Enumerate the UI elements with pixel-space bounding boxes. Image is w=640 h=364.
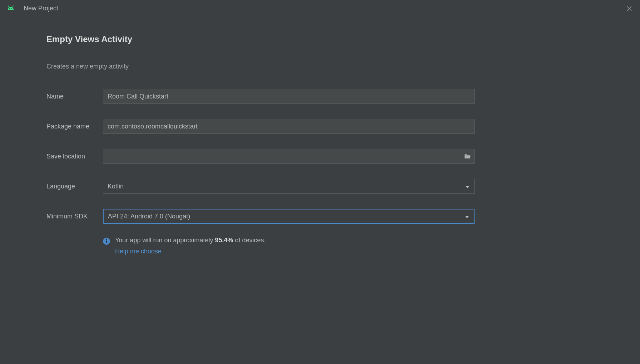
form-row-language: Language Kotlin [46,179,594,194]
language-label: Language [46,183,103,190]
language-select[interactable]: Kotlin [103,179,475,194]
name-label: Name [46,93,103,100]
svg-rect-7 [106,241,107,243]
window-title: New Project [24,5,58,12]
save-location-input[interactable] [103,149,475,164]
sdk-info-row: Your app will run on approximately 95.4%… [103,237,594,255]
name-input[interactable] [103,89,475,104]
page-title: Empty Views Activity [46,34,594,44]
chevron-down-icon [465,213,469,220]
save-location-label: Save location [46,153,103,160]
svg-point-0 [9,8,10,9]
minimum-sdk-select[interactable]: API 24: Android 7.0 (Nougat) [103,209,475,224]
chevron-down-icon [466,183,469,190]
titlebar: New Project [0,0,640,17]
sdk-info-text: Your app will run on approximately 95.4%… [115,237,266,244]
form-row-package: Package name [46,119,594,134]
svg-line-2 [8,6,9,7]
help-me-choose-link[interactable]: Help me choose [115,248,266,255]
form-row-name: Name [46,89,594,104]
form-row-save-location: Save location [46,149,594,164]
svg-line-3 [13,6,13,7]
form-row-minimum-sdk: Minimum SDK API 24: Android 7.0 (Nougat) [46,209,594,224]
svg-point-8 [106,239,107,240]
minimum-sdk-label: Minimum SDK [46,213,103,220]
content-area: Empty Views Activity Creates a new empty… [0,17,640,255]
svg-point-1 [11,8,12,9]
language-select-value: Kotlin [108,183,124,190]
info-icon [103,238,110,245]
package-name-input[interactable] [103,119,475,134]
folder-browse-icon[interactable] [464,153,471,159]
minimum-sdk-select-value: API 24: Android 7.0 (Nougat) [108,213,190,220]
close-button[interactable] [625,4,634,13]
android-icon [6,4,15,13]
package-name-label: Package name [46,123,103,130]
page-description: Creates a new empty activity [46,63,594,70]
